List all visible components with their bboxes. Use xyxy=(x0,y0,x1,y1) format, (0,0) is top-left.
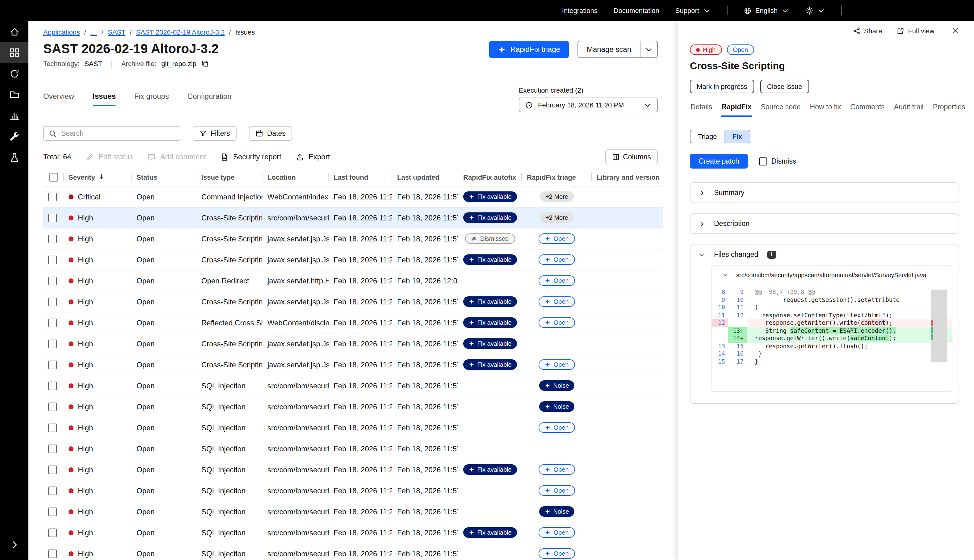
fix-available-badge[interactable]: Fix available xyxy=(463,212,517,223)
new-line-number[interactable]: 14+ xyxy=(728,335,747,342)
breadcrumb-item-sast[interactable]: SAST xyxy=(108,28,125,36)
new-line-number[interactable]: 17 xyxy=(728,358,747,365)
columns-button[interactable]: Columns xyxy=(605,149,658,164)
issue-row[interactable]: HighOpenSQL Injectionsrc/com/ibm/securit… xyxy=(43,501,663,522)
issue-row[interactable]: HighOpenCross-Site Scriptingjavax.servle… xyxy=(43,228,663,250)
file-header[interactable]: src/com/ibm/security/appscan/altoromutua… xyxy=(712,266,952,283)
full-view-button[interactable]: Full view xyxy=(897,27,934,35)
nav-language[interactable]: English xyxy=(744,7,789,15)
sidebar-expand-button[interactable] xyxy=(0,534,28,555)
issue-row[interactable]: HighOpenSQL Injectionsrc/com/ibm/securit… xyxy=(43,459,663,480)
open-triage-badge[interactable]: Open xyxy=(539,485,575,496)
open-triage-badge[interactable]: Open xyxy=(539,359,575,370)
column-header-last-found[interactable]: Last found xyxy=(329,168,392,186)
row-checkbox[interactable] xyxy=(48,255,57,264)
column-header-library-and-version[interactable]: Library and version xyxy=(592,168,663,186)
new-line-number[interactable]: 10 xyxy=(728,296,747,304)
issue-row[interactable]: HighOpenOpen Redirectjavax.servlet.http.… xyxy=(43,270,663,292)
open-triage-badge[interactable]: Open xyxy=(539,297,575,307)
filters-button[interactable]: Filters xyxy=(193,126,237,141)
sidebar-item-folder[interactable] xyxy=(0,84,28,105)
row-checkbox[interactable] xyxy=(48,192,57,201)
panel-tab-properties[interactable]: Properties xyxy=(932,103,966,117)
old-line-number[interactable] xyxy=(712,327,728,335)
more-badge[interactable]: +2 More xyxy=(540,212,574,223)
open-triage-badge[interactable]: Open xyxy=(539,464,575,475)
new-line-number[interactable] xyxy=(728,319,747,327)
issue-row[interactable]: HighOpenCross-Site Scriptingjavax.servle… xyxy=(43,333,663,354)
new-line-number[interactable]: 9 xyxy=(728,288,747,296)
new-line-number[interactable]: 11 xyxy=(728,304,747,312)
dismiss-option[interactable]: Dismiss xyxy=(759,157,796,165)
issue-row[interactable]: HighOpenSQL Injectionsrc/com/ibm/securit… xyxy=(43,375,663,397)
new-line-number[interactable]: 15 xyxy=(728,342,747,350)
open-triage-badge[interactable]: Open xyxy=(539,254,575,265)
issue-row[interactable]: HighOpenSQL Injectionsrc/com/ibm/securit… xyxy=(43,438,663,459)
edit-status-button[interactable]: Edit status xyxy=(86,153,133,161)
column-header-rapidfix-triage[interactable]: RapidFix triage xyxy=(522,168,592,186)
dates-button[interactable]: Dates xyxy=(249,126,292,141)
new-line-number[interactable]: 13+ xyxy=(728,327,747,335)
row-checkbox[interactable] xyxy=(48,213,57,222)
open-triage-badge[interactable]: Open xyxy=(539,317,575,328)
tab-fix-groups[interactable]: Fix groups xyxy=(134,92,169,106)
row-checkbox[interactable] xyxy=(48,339,57,348)
column-header-status[interactable]: Status xyxy=(132,168,197,186)
manage-scan-button[interactable]: Manage scan xyxy=(578,42,640,57)
issue-row[interactable]: HighOpenSQL Injectionsrc/com/ibm/securit… xyxy=(43,480,663,501)
panel-tab-details[interactable]: Details xyxy=(690,103,713,117)
issue-row[interactable]: HighOpenCross-Site Scriptingjavax.servle… xyxy=(43,354,663,375)
old-line-number[interactable]: 11 xyxy=(712,312,728,319)
close-issue-button[interactable]: Close issue xyxy=(760,80,809,93)
description-header[interactable]: Description xyxy=(690,213,959,233)
issue-row[interactable]: HighOpenReflected Cross Site ScriptingWe… xyxy=(43,312,663,333)
old-line-number[interactable]: 15 xyxy=(712,358,728,365)
nav-support[interactable]: Support xyxy=(675,7,711,15)
close-panel-button[interactable] xyxy=(952,27,959,35)
share-button[interactable]: Share xyxy=(853,27,882,35)
fix-available-badge[interactable]: Fix available xyxy=(463,192,517,202)
fix-available-badge[interactable]: Fix available xyxy=(463,338,517,349)
sidebar-item-beaker[interactable] xyxy=(0,147,28,168)
panel-tab-source-code[interactable]: Source code xyxy=(760,103,801,117)
select-all-checkbox[interactable] xyxy=(49,173,58,181)
old-line-number[interactable]: 9 xyxy=(712,296,728,304)
row-checkbox[interactable] xyxy=(48,318,57,327)
tab-issues[interactable]: Issues xyxy=(93,92,116,106)
add-comment-button[interactable]: Add comment xyxy=(148,153,206,161)
old-line-number[interactable] xyxy=(712,335,728,342)
row-checkbox[interactable] xyxy=(48,297,57,306)
nav-documentation[interactable]: Documentation xyxy=(614,7,659,14)
copy-icon[interactable] xyxy=(201,60,209,67)
fix-available-badge[interactable]: Fix available xyxy=(463,464,517,475)
breadcrumb-item-applications[interactable]: Applications xyxy=(43,28,80,36)
open-triage-badge[interactable]: Open xyxy=(539,275,575,286)
export-button[interactable]: Export xyxy=(296,153,330,161)
sidebar-item-wrench[interactable] xyxy=(0,126,28,147)
new-line-number[interactable]: 16 xyxy=(728,350,747,358)
more-badge[interactable]: +2 More xyxy=(540,192,574,202)
nav-integrations[interactable]: Integrations xyxy=(562,7,597,14)
issue-row[interactable]: HighOpenCross-Site Scriptingjavax.servle… xyxy=(43,292,663,312)
issue-row[interactable]: CriticalOpenCommand InjectionWebContent/… xyxy=(43,187,663,207)
open-triage-badge[interactable]: Open xyxy=(539,233,575,244)
panel-tab-audit-trail[interactable]: Audit trail xyxy=(893,103,924,117)
issue-row[interactable]: HighOpenSQL Injectionsrc/com/ibm/securit… xyxy=(43,543,663,560)
row-checkbox[interactable] xyxy=(48,465,57,474)
panel-tab-rapidfix[interactable]: RapidFix xyxy=(721,103,752,117)
issue-row[interactable]: HighOpenSQL Injectionsrc/com/ibm/securit… xyxy=(43,417,663,438)
fix-available-badge[interactable]: Fix available xyxy=(463,527,517,538)
noise-badge[interactable]: Noise xyxy=(539,380,574,391)
fix-available-badge[interactable]: Fix available xyxy=(463,297,517,307)
dismiss-checkbox[interactable] xyxy=(759,157,767,165)
old-line-number[interactable]: 8 xyxy=(712,288,728,296)
row-checkbox[interactable] xyxy=(48,234,57,243)
row-checkbox[interactable] xyxy=(48,423,57,432)
fix-available-badge[interactable]: Fix available xyxy=(463,317,517,328)
column-header-issue-type[interactable]: Issue type xyxy=(197,168,262,186)
row-checkbox[interactable] xyxy=(48,381,57,390)
row-checkbox[interactable] xyxy=(48,549,57,558)
search-input[interactable] xyxy=(61,130,175,137)
noise-badge[interactable]: Noise xyxy=(539,401,574,412)
fix-available-badge[interactable]: Fix available xyxy=(463,359,517,370)
